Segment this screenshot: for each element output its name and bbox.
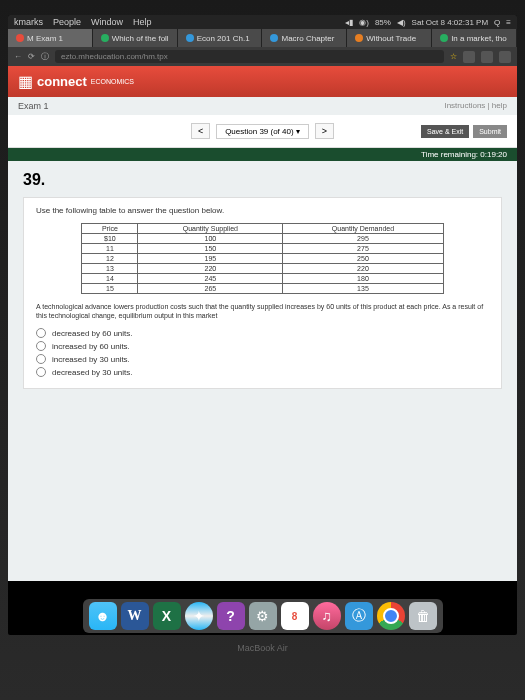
table-row: 13220220 (82, 264, 443, 274)
search-icon[interactable]: Q (494, 18, 500, 27)
answer-option[interactable]: increased by 30 units. (36, 354, 489, 364)
browser-tab[interactable]: Without Trade (347, 29, 432, 47)
question-number: 39. (23, 171, 502, 189)
data-table: Price Quantity Supplied Quantity Demande… (81, 223, 443, 294)
help-link[interactable]: Instructions | help (444, 101, 507, 111)
tab-favicon (16, 34, 24, 42)
calendar-icon[interactable]: 8 (281, 602, 309, 630)
menu-item[interactable]: Window (91, 17, 123, 27)
address-input[interactable]: ezto.mheducation.com/hm.tpx (55, 50, 444, 63)
browser-tab[interactable]: Econ 201 Ch.1 (178, 29, 263, 47)
url-bar: ← ⟳ ⓘ ezto.mheducation.com/hm.tpx ☆ (8, 47, 517, 66)
connect-header: ▦ connect ECONOMICS (8, 66, 517, 97)
browser-tab[interactable]: Macro Chapter (262, 29, 347, 47)
menu-item[interactable]: People (53, 17, 81, 27)
help-icon[interactable]: ? (217, 602, 245, 630)
assignment-header: Exam 1 Instructions | help (8, 97, 517, 115)
radio-icon (36, 328, 46, 338)
tab-favicon (355, 34, 363, 42)
next-question-button[interactable]: > (315, 123, 334, 139)
wifi-pct: 85% (375, 18, 391, 27)
extension-icon[interactable] (463, 51, 475, 63)
mac-dock: ☻ W X ✦ ? ⚙ 8 ♫ Ⓐ 🗑 (83, 599, 443, 633)
radio-icon (36, 354, 46, 364)
excel-icon[interactable]: X (153, 602, 181, 630)
tab-favicon (440, 34, 448, 42)
menu-item[interactable]: kmarks (14, 17, 43, 27)
table-row: $10100295 (82, 234, 443, 244)
radio-icon (36, 367, 46, 377)
extension-icon[interactable] (499, 51, 511, 63)
menu-item[interactable]: Help (133, 17, 152, 27)
tab-favicon (101, 34, 109, 42)
table-row: 14245180 (82, 274, 443, 284)
volume-icon: ◀) (397, 18, 406, 27)
tab-favicon (270, 34, 278, 42)
bookmark-star-icon[interactable]: ☆ (450, 52, 457, 61)
extension-icon[interactable] (481, 51, 493, 63)
battery-icon: ◂▮ (345, 18, 353, 27)
submit-button[interactable]: Submit (473, 125, 507, 138)
prev-question-button[interactable]: < (191, 123, 210, 139)
laptop-model-label: MacBook Air (8, 643, 517, 653)
itunes-icon[interactable]: ♫ (313, 602, 341, 630)
browser-tab[interactable]: M Exam 1 (8, 29, 93, 47)
table-row: 12195250 (82, 254, 443, 264)
connect-subject: ECONOMICS (91, 78, 134, 85)
table-row: 15265135 (82, 284, 443, 294)
trash-icon[interactable]: 🗑 (409, 602, 437, 630)
word-icon[interactable]: W (121, 602, 149, 630)
connect-logo: connect (37, 74, 87, 89)
question-prompt: Use the following table to answer the qu… (36, 206, 489, 215)
col-header: Quantity Demanded (283, 224, 444, 234)
answer-option[interactable]: decreased by 60 units. (36, 328, 489, 338)
tab-strip: M Exam 1 Which of the foll Econ 201 Ch.1… (8, 29, 517, 47)
back-button[interactable]: ← (14, 52, 22, 61)
browser-tab[interactable]: Which of the foll (93, 29, 178, 47)
tab-favicon (186, 34, 194, 42)
clock: Sat Oct 8 4:02:31 PM (412, 18, 488, 27)
answer-option[interactable]: decreased by 30 units. (36, 367, 489, 377)
table-row: 11150275 (82, 244, 443, 254)
assignment-title: Exam 1 (18, 101, 49, 111)
info-icon[interactable]: ⓘ (41, 51, 49, 62)
radio-icon (36, 341, 46, 351)
finder-icon[interactable]: ☻ (89, 602, 117, 630)
question-nav: < Question 39 (of 40) ▾ > Save & Exit Su… (8, 115, 517, 148)
timer-bar: Time remaining: 0:19:20 (8, 148, 517, 161)
question-body: A technological advance lowers productio… (36, 302, 489, 320)
save-exit-button[interactable]: Save & Exit (421, 125, 469, 138)
browser-tab[interactable]: In a market, tho (432, 29, 517, 47)
answer-options: decreased by 60 units. increased by 60 u… (36, 328, 489, 377)
reload-button[interactable]: ⟳ (28, 52, 35, 61)
connect-icon: ▦ (18, 72, 33, 91)
appstore-icon[interactable]: Ⓐ (345, 602, 373, 630)
col-header: Quantity Supplied (138, 224, 283, 234)
mac-menubar: kmarks People Window Help ◂▮ ◉) 85% ◀) S… (8, 15, 517, 29)
safari-icon[interactable]: ✦ (185, 602, 213, 630)
answer-option[interactable]: increased by 60 units. (36, 341, 489, 351)
content-area: 39. Use the following table to answer th… (8, 161, 517, 581)
wifi-icon: ◉) (359, 18, 369, 27)
question-card: Use the following table to answer the qu… (23, 197, 502, 389)
question-indicator[interactable]: Question 39 (of 40) ▾ (216, 124, 309, 139)
menu-icon[interactable]: ≡ (506, 18, 511, 27)
chrome-icon[interactable] (377, 602, 405, 630)
preferences-icon[interactable]: ⚙ (249, 602, 277, 630)
col-header: Price (82, 224, 138, 234)
